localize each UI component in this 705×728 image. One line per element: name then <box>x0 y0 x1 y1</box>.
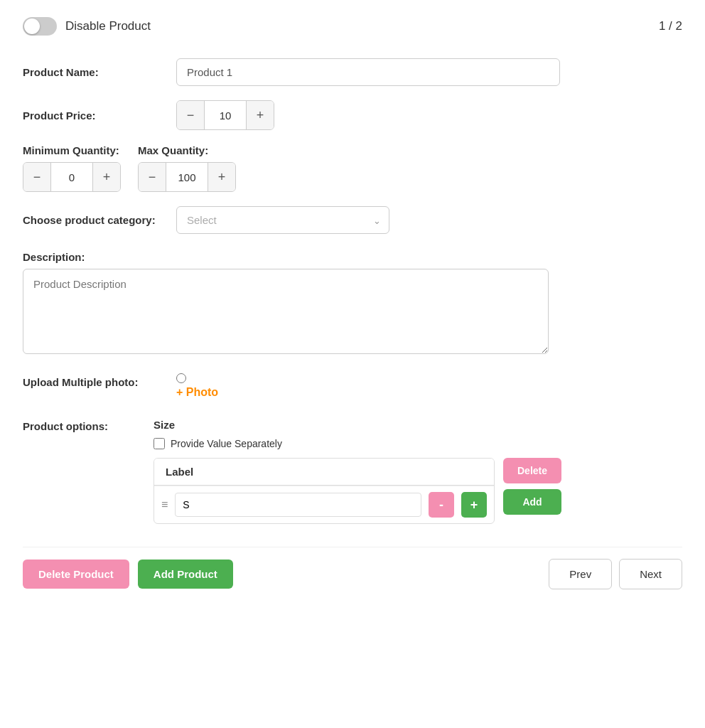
add-option-button[interactable]: Add <box>503 489 561 515</box>
category-label: Choose product category: <box>23 214 165 226</box>
upload-content: + Photo <box>176 373 218 399</box>
footer-right: Prev Next <box>549 559 682 589</box>
options-table: Label ≡ - + <box>154 458 495 524</box>
min-qty-value-input[interactable] <box>50 163 93 191</box>
add-product-button[interactable]: Add Product <box>138 560 233 589</box>
description-textarea[interactable] <box>23 269 549 354</box>
options-content: Size Provide Value Separately Label ≡ - … <box>154 419 682 524</box>
footer-row: Delete Product Add Product Prev Next <box>23 547 682 589</box>
price-decrement-button[interactable]: − <box>177 101 204 129</box>
table-row-input[interactable] <box>175 493 421 517</box>
options-table-header: Label <box>154 459 494 486</box>
max-quantity-label: Max Quantity: <box>138 144 236 156</box>
provide-value-label: Provide Value Separately <box>171 438 282 449</box>
disable-product-toggle[interactable] <box>23 17 57 36</box>
table-label-header: Label <box>166 466 193 478</box>
category-select[interactable]: Select <box>176 206 389 234</box>
product-price-label: Product Price: <box>23 109 165 122</box>
delete-product-button[interactable]: Delete Product <box>23 560 129 589</box>
next-button[interactable]: Next <box>619 559 682 589</box>
add-photo-button[interactable]: + Photo <box>176 386 218 399</box>
options-table-wrapper: Label ≡ - + Delete Add <box>154 458 682 524</box>
page-container: Disable Product 1 / 2 Product Name: Prod… <box>0 0 705 728</box>
side-buttons: Delete Add <box>503 458 561 515</box>
price-increment-button[interactable]: + <box>247 101 274 129</box>
add-row-button[interactable]: + <box>461 492 487 518</box>
description-section: Description: <box>23 251 682 356</box>
prev-button[interactable]: Prev <box>549 559 612 589</box>
product-options-section: Product options: Size Provide Value Sepa… <box>23 419 682 524</box>
page-indicator: 1 / 2 <box>659 19 682 33</box>
table-row: ≡ - + <box>154 486 494 523</box>
max-quantity-stepper: − + <box>138 162 236 192</box>
product-name-row: Product Name: <box>23 58 682 86</box>
upload-section: Upload Multiple photo: + Photo <box>23 373 682 399</box>
upload-radio[interactable] <box>176 373 186 383</box>
delete-option-button[interactable]: Delete <box>503 458 561 483</box>
product-price-row: Product Price: − + <box>23 100 682 130</box>
header-row: Disable Product 1 / 2 <box>23 17 682 36</box>
options-label: Product options: <box>23 419 136 432</box>
max-qty-increment-button[interactable]: + <box>208 163 235 191</box>
min-qty-increment-button[interactable]: + <box>93 163 120 191</box>
max-qty-decrement-button[interactable]: − <box>139 163 166 191</box>
provide-value-row: Provide Value Separately <box>154 438 682 449</box>
min-quantity-label: Minimum Quantity: <box>23 144 121 156</box>
provide-value-checkbox[interactable] <box>154 438 165 449</box>
category-select-wrapper: Select ⌄ <box>176 206 389 234</box>
drag-handle-icon[interactable]: ≡ <box>161 498 168 511</box>
max-qty-value-input[interactable] <box>166 163 208 191</box>
minmax-row: Minimum Quantity: − + Max Quantity: − + <box>23 144 682 192</box>
min-qty-decrement-button[interactable]: − <box>23 163 50 191</box>
remove-row-button[interactable]: - <box>429 492 454 518</box>
footer-left: Delete Product Add Product <box>23 560 233 589</box>
toggle-label-group: Disable Product <box>23 17 151 36</box>
max-qty-col: Max Quantity: − + <box>138 144 236 192</box>
product-name-label: Product Name: <box>23 66 165 78</box>
toggle-text: Disable Product <box>65 19 151 33</box>
product-name-input[interactable] <box>176 58 560 86</box>
price-stepper: − + <box>176 100 274 130</box>
options-size-title: Size <box>154 419 682 431</box>
category-row: Choose product category: Select ⌄ <box>23 206 682 234</box>
upload-label: Upload Multiple photo: <box>23 373 165 388</box>
min-quantity-stepper: − + <box>23 162 121 192</box>
description-label: Description: <box>23 251 682 263</box>
price-value-input[interactable] <box>204 101 247 129</box>
min-qty-col: Minimum Quantity: − + <box>23 144 121 192</box>
